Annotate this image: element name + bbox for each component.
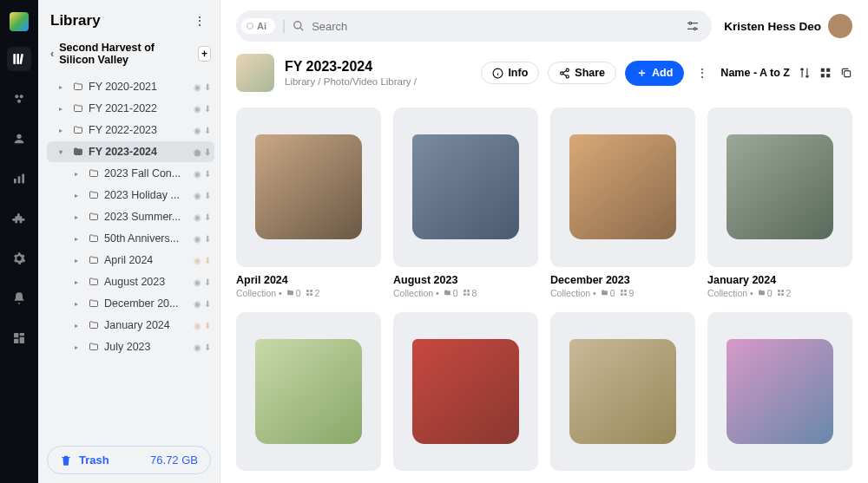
card-title: August 2023 [393,274,538,286]
rail-user[interactable] [7,127,31,151]
page-title: FY 2023-2024 [285,59,417,75]
grid-view-icon[interactable] [819,67,832,79]
rail-plugins[interactable] [7,206,31,231]
tree-item[interactable]: ▸August 2023◉⬇ [47,271,214,292]
tree-item-label: FY 2022-2023 [89,124,188,136]
tree-item-actions[interactable]: ◉⬇ [194,104,211,114]
chevron-right-icon: ▸ [75,257,83,264]
tree-item-actions[interactable]: ◉⬇ [194,82,211,92]
user-avatar [828,14,852,38]
search-input[interactable] [312,20,675,33]
rail-library[interactable] [7,47,31,71]
collection-card[interactable]: August 2023Collection •08 [393,108,538,300]
svg-rect-2 [19,54,23,64]
rail-settings[interactable] [7,246,31,271]
tree-item[interactable]: ▸January 2024◉⬇ [47,315,214,336]
tree-item[interactable]: ▸2023 Holiday ...◉⬇ [47,185,214,206]
sidebar-title: Library [50,12,101,29]
collection-card[interactable]: January 2024Collection •02 [707,108,852,300]
tree-item-actions[interactable]: ◉⬇ [194,191,211,200]
share-icon [559,68,570,79]
user-menu[interactable]: Kristen Hess Deo [724,14,852,38]
tree-item-actions[interactable]: ◉⬇ [194,256,211,265]
rail-dashboard[interactable] [7,326,31,350]
card-thumbnail [707,312,852,472]
tree-item-actions[interactable]: ◉⬇ [194,299,211,309]
eye-icon: ◉ [194,299,201,309]
svg-rect-1 [16,54,19,64]
eye-icon: ◉ [194,169,201,179]
filter-icon[interactable] [682,16,703,36]
download-icon: ⬇ [204,277,211,287]
tree-item-actions[interactable]: ◉⬇ [194,343,211,352]
tree-item[interactable]: ▸FY 2021-2022◉⬇ [47,98,214,119]
folder-icon [89,168,99,179]
trash-size: 76.72 GB [150,454,198,467]
svg-rect-25 [845,71,851,77]
copy-view-icon[interactable] [840,67,852,79]
svg-point-19 [561,71,563,74]
collection-card[interactable]: December 2023Collection •09 [550,108,695,300]
chevron-right-icon: ▸ [75,278,83,286]
tree-item[interactable]: ▸December 20...◉⬇ [47,293,214,314]
chevron-right-icon: ▸ [75,170,83,178]
app-logo[interactable] [10,12,29,31]
tree-item[interactable]: ▸April 2024◉⬇ [47,250,214,271]
search-bar[interactable]: Ai | [236,10,712,42]
collection-card[interactable] [236,312,381,473]
svg-point-15 [689,22,692,24]
folder-count: 0 [601,288,615,298]
tree-item[interactable]: ▸July 2023◉⬇ [47,336,214,357]
tree-item-actions[interactable]: ◉⬇ [194,234,211,244]
tree-item-label: August 2023 [104,276,188,288]
collection-card[interactable]: April 2024Collection •02 [236,108,381,300]
info-button[interactable]: Info [481,62,539,84]
plus-icon: ＋ [636,66,648,81]
add-button[interactable]: ＋Add [625,61,684,86]
eye-icon: ◉ [194,82,201,92]
collection-card[interactable] [707,312,852,473]
tree-item-actions[interactable]: ◉⬇ [194,169,211,179]
header-more-icon[interactable]: ⋮ [693,66,712,80]
search-icon [293,20,305,32]
folder-icon [89,233,99,244]
eye-icon: ◉ [194,104,201,114]
rail-people[interactable] [7,87,31,111]
sort-label[interactable]: Name - A to Z [720,67,790,79]
collection-card[interactable] [550,312,695,473]
sort-direction-icon[interactable] [799,67,811,79]
tree-item-actions[interactable]: ◉⬇ [194,126,211,135]
sidebar-more-icon[interactable]: ⋮ [190,14,209,28]
org-row[interactable]: ‹ Second Harvest of Silicon Valley + [38,38,220,73]
rail-analytics[interactable] [7,166,31,191]
svg-rect-22 [826,69,830,72]
svg-point-5 [17,100,21,103]
tree-item[interactable]: ▸2023 Summer...◉⬇ [47,206,214,227]
rail-notifications[interactable] [7,286,31,310]
svg-rect-12 [20,337,24,343]
tree-item[interactable]: ▸FY 2020-2021◉⬇ [47,76,214,97]
svg-point-16 [694,28,697,30]
tree-item-actions[interactable]: ◉⬇ [194,212,211,222]
tree-item-actions[interactable]: ◉⬇ [194,277,211,287]
share-button[interactable]: Share [548,62,616,84]
tree-item[interactable]: ▸2023 Fall Con...◉⬇ [47,163,214,184]
svg-rect-7 [14,179,16,183]
breadcrumb[interactable]: Library / Photo/Video Library / [285,76,417,87]
collection-card[interactable] [393,312,538,473]
trash-button[interactable]: Trash 76.72 GB [47,446,211,474]
tree-item[interactable]: ▸50th Annivers...◉⬇ [47,228,214,249]
folder-icon [89,342,99,352]
tree-item-label: 50th Annivers... [104,232,188,245]
folder-count: 0 [286,288,301,298]
chevron-right-icon: ▸ [75,235,83,243]
tree-item-actions[interactable]: ◉⬇ [194,321,211,330]
tree-item-actions[interactable]: ◉⬇ [194,147,211,157]
tree-item[interactable]: ▸FY 2022-2023◉⬇ [47,120,214,140]
download-icon: ⬇ [204,299,211,309]
tree-item[interactable]: ▾FY 2023-2024◉⬇ [47,141,214,162]
add-folder-button[interactable]: + [198,46,211,62]
eye-icon: ◉ [194,147,201,157]
ai-toggle[interactable]: Ai [241,18,275,34]
download-icon: ⬇ [204,82,211,92]
